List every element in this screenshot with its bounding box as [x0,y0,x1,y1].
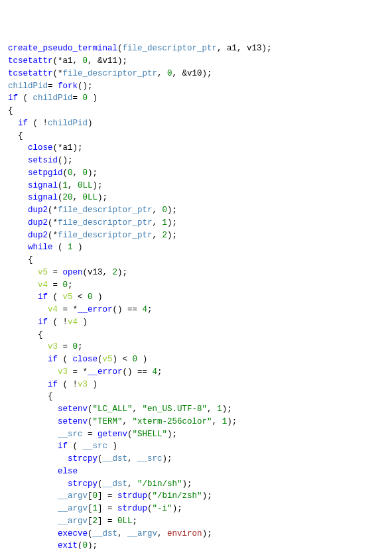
code-token: , [73,168,83,178]
code-token [8,206,28,215]
code-token: { [8,330,43,339]
code-token: ) [137,355,147,364]
code-token: "LC_ALL" [93,404,133,414]
code-block: create_pseudo_terminal(file_descriptor_p… [8,42,384,549]
code-token [8,442,58,451]
code-token: ( [147,491,153,501]
code-token [8,504,58,513]
code-token: , [153,206,163,215]
code-line: v4 = *__error() == 4; [8,304,384,316]
code-token: ( [98,479,103,489]
code-token: 2 [113,268,118,277]
code-token: , [157,529,167,538]
code-token: ( [58,193,63,202]
code-token: if [48,355,58,364]
code-line: if ( !childPid) [8,117,384,130]
code-token: , [117,529,127,538]
code-token: , [127,454,137,463]
code-token: strdup [117,491,147,501]
code-token: open [63,268,83,277]
code-token [8,119,18,128]
code-token: < [73,292,88,302]
code-token [8,467,58,476]
code-token [8,380,48,389]
code-token: tcsetattr [8,56,53,66]
code-token [8,479,68,489]
code-token: v3 [48,342,58,351]
code-token [8,305,48,314]
code-token: file_descriptor_ptr [58,231,153,240]
code-token: create_pseudo_terminal [8,44,117,53]
code-token [8,156,28,165]
code-token: __error [78,305,113,314]
code-token [8,168,28,178]
code-token [8,541,58,549]
code-token: , [133,404,143,414]
code-token: 20 [63,193,73,202]
code-token: environ [167,529,202,538]
code-token: (); [78,82,93,91]
code-token: ] = [98,491,117,501]
code-token: dup2 [28,218,48,227]
code-token: ); [167,206,177,215]
code-token: (* [48,231,58,240]
code-line: { [8,130,384,143]
code-token: ( ! [58,380,78,389]
code-token [8,430,58,439]
code-token: setenv [58,417,88,426]
code-token: childPid [48,119,88,128]
code-token: __argv [127,529,157,538]
code-token: (* [48,206,58,215]
code-token: = [83,430,98,439]
code-token: "-i" [153,504,172,513]
code-token: 2 [163,231,168,240]
code-token: { [8,255,33,265]
code-token: if [48,380,58,389]
code-token [8,517,58,526]
code-token [8,268,38,277]
code-token: v4 [68,318,78,327]
code-token: = * [68,367,88,377]
code-line: { [8,105,384,117]
code-token: "en_US.UTF-8" [143,404,208,414]
code-token: ); [182,479,192,489]
code-token: __argv [58,504,88,513]
code-token: __dst [103,479,128,489]
code-token: __argv [58,491,88,501]
code-line: v3 = 0; [8,341,384,353]
code-token: setsid [28,156,58,165]
code-token: if [38,292,48,302]
code-line: tcsetattr(*file_descriptor_ptr, 0, &v10)… [8,68,384,80]
code-token: = [58,342,73,351]
code-line: v3 = *__error() == 4; [8,366,384,379]
code-token: ) [88,119,93,128]
code-token: v4 [48,305,58,314]
code-line: if ( !v3 ) [8,379,384,391]
code-line: { [8,329,384,341]
code-line: strcpy(__dst, "/bin/sh"); [8,478,384,491]
code-line: tcsetattr(*a1, 0, &v11); [8,55,384,68]
code-token: 4 [153,367,158,377]
code-token: ; [147,305,153,314]
code-token: 0LL [83,193,98,202]
code-token: ); [202,491,212,501]
code-token: ); [227,417,237,426]
code-token [8,243,28,252]
code-token: v3 [58,367,68,377]
code-token: ( [53,243,68,252]
code-line: while ( 1 ) [8,241,384,254]
code-line: signal(1, 0LL); [8,180,384,192]
code-token: fork [58,82,78,91]
code-token: strdup [117,504,147,513]
code-line: if ( !v4 ) [8,316,384,329]
code-token: __dst [103,454,128,463]
code-token: ) [88,380,98,389]
code-token: 0 [167,69,172,78]
code-token: [ [88,504,93,513]
code-token [8,491,58,501]
code-token: , [153,218,163,227]
code-token: ) [78,318,88,327]
code-token: = [73,93,83,103]
code-token: ( ! [28,119,48,128]
code-line: { [8,391,384,403]
